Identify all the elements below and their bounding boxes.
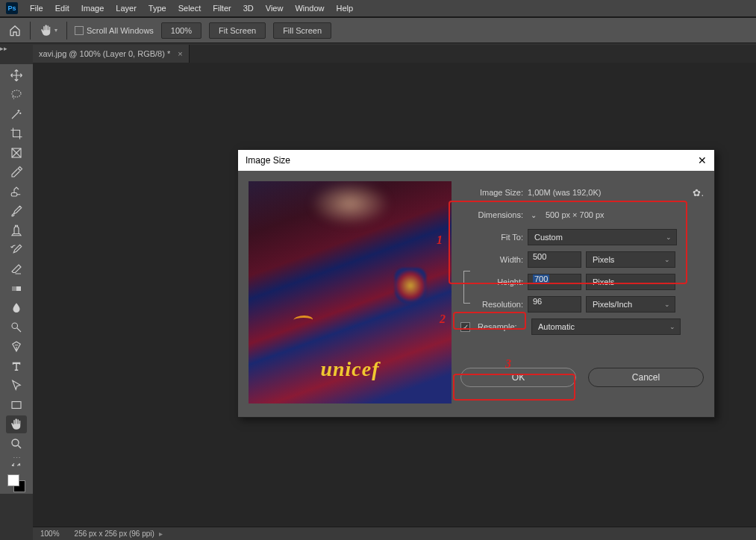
height-unit-dropdown[interactable]: Pixels⌄ [586, 274, 675, 290]
swoosh-graphic [292, 315, 313, 324]
resolution-unit-dropdown[interactable]: Pixels/Inch⌄ [586, 296, 675, 313]
dimensions-value: 500 px × 700 px [546, 210, 605, 219]
svg-rect-4 [12, 286, 16, 291]
height-label: Height: [471, 277, 523, 286]
preview-text: unicef [320, 357, 379, 381]
path-selection-tool-icon[interactable] [6, 377, 27, 395]
menu-filter[interactable]: Filter [207, 0, 237, 16]
fit-screen-button[interactable]: Fit Screen [209, 22, 266, 39]
fit-to-label: Fit To: [460, 233, 523, 242]
crest-graphic [395, 268, 426, 304]
resolution-input[interactable]: 96 [528, 296, 581, 313]
menu-bar: Ps File Edit Image Layer Type Select Fil… [0, 0, 756, 18]
svg-rect-6 [12, 402, 21, 409]
dialog-title: Image Size [246, 155, 290, 166]
menu-help[interactable]: Help [331, 0, 360, 16]
width-input[interactable]: 500 [528, 251, 581, 268]
blur-tool-icon[interactable] [6, 299, 27, 317]
history-brush-tool-icon[interactable] [6, 241, 27, 259]
menu-edit[interactable]: Edit [49, 0, 75, 16]
home-icon[interactable] [7, 24, 22, 37]
lasso-tool-icon[interactable] [6, 86, 27, 104]
healing-brush-tool-icon[interactable] [6, 183, 27, 201]
hand-tool-icon[interactable] [6, 415, 27, 433]
zoom-level-button[interactable]: 100% [161, 22, 202, 39]
switch-colors-icon[interactable] [6, 460, 27, 469]
svg-point-0 [12, 90, 21, 97]
gear-icon[interactable]: ✿. [693, 187, 704, 198]
foreground-background-colors[interactable] [6, 473, 27, 494]
width-label: Width: [471, 255, 523, 264]
close-icon[interactable]: ✕ [698, 154, 707, 166]
clone-stamp-tool-icon[interactable] [6, 222, 27, 239]
menu-type[interactable]: Type [143, 0, 172, 16]
image-size-dialog: Image Size ✕ unicef Image Size: 1,00M (w… [237, 149, 715, 418]
height-input[interactable]: 700 [528, 274, 581, 290]
menu-image[interactable]: Image [75, 0, 110, 16]
status-zoom[interactable]: 100% [40, 530, 60, 538]
svg-rect-2 [11, 193, 17, 197]
menu-view[interactable]: View [260, 0, 290, 16]
crop-tool-icon[interactable] [6, 125, 27, 142]
menu-3d[interactable]: 3D [237, 0, 260, 16]
fill-screen-button[interactable]: Fill Screen [273, 22, 331, 39]
eraser-tool-icon[interactable] [6, 260, 27, 278]
scroll-all-label: Scroll All Windows [87, 26, 154, 35]
ok-button[interactable]: OK [460, 368, 576, 387]
move-tool-icon[interactable] [6, 66, 27, 84]
status-bar: 100% 256 px x 256 px (96 ppi)▸ [33, 527, 756, 540]
expand-panels-icon[interactable]: ▸▸ [0, 45, 11, 52]
pen-tool-icon[interactable] [6, 338, 27, 356]
brush-tool-icon[interactable] [6, 202, 27, 220]
resample-dropdown[interactable]: Automatic⌄ [531, 318, 681, 335]
image-size-value: 1,00M (was 192,0K) [528, 188, 601, 197]
gradient-tool-icon[interactable] [6, 280, 27, 298]
svg-point-5 [12, 323, 18, 329]
options-bar: ▾ Scroll All Windows 100% Fit Screen Fil… [0, 18, 756, 43]
svg-point-7 [12, 439, 19, 446]
cancel-button[interactable]: Cancel [588, 368, 704, 387]
menu-layer[interactable]: Layer [110, 0, 143, 16]
document-tab[interactable]: xavi.jpg @ 100% (Layer 0, RGB/8) * × [33, 45, 190, 63]
dodge-tool-icon[interactable] [6, 318, 27, 336]
image-preview: unicef [249, 181, 452, 404]
width-unit-dropdown[interactable]: Pixels⌄ [586, 251, 675, 268]
menu-file[interactable]: File [24, 0, 49, 16]
scroll-all-windows-checkbox[interactable]: Scroll All Windows [75, 26, 154, 35]
frame-tool-icon[interactable] [6, 144, 27, 162]
image-size-label: Image Size: [460, 188, 523, 197]
dimensions-menu-icon[interactable]: ⌄ [531, 211, 537, 219]
app-logo: Ps [6, 2, 18, 14]
menu-select[interactable]: Select [172, 0, 207, 16]
magic-wand-tool-icon[interactable] [6, 105, 27, 123]
hand-tool-icon[interactable]: ▾ [38, 21, 59, 40]
status-docinfo[interactable]: 256 px x 256 px (96 ppi)▸ [75, 530, 163, 538]
dialog-titlebar[interactable]: Image Size ✕ [238, 150, 714, 171]
document-tab-title: xavi.jpg @ 100% (Layer 0, RGB/8) * [39, 49, 170, 58]
resample-label: Resample: [478, 322, 527, 331]
document-tab-bar: xavi.jpg @ 100% (Layer 0, RGB/8) * × [33, 45, 756, 63]
rectangle-tool-icon[interactable] [6, 396, 27, 414]
menu-window[interactable]: Window [289, 0, 330, 16]
zoom-tool-icon[interactable] [6, 435, 27, 453]
fit-to-dropdown[interactable]: Custom⌄ [528, 229, 677, 245]
eyedropper-tool-icon[interactable] [6, 163, 27, 181]
close-icon[interactable]: × [178, 49, 182, 58]
tool-palette: ⋯ [0, 64, 33, 494]
dimensions-label: Dimensions: [460, 210, 523, 219]
foreground-color-swatch[interactable] [7, 474, 19, 486]
type-tool-icon[interactable] [6, 357, 27, 375]
resample-checkbox[interactable]: ✓ [460, 322, 470, 332]
link-icon[interactable] [463, 271, 471, 302]
